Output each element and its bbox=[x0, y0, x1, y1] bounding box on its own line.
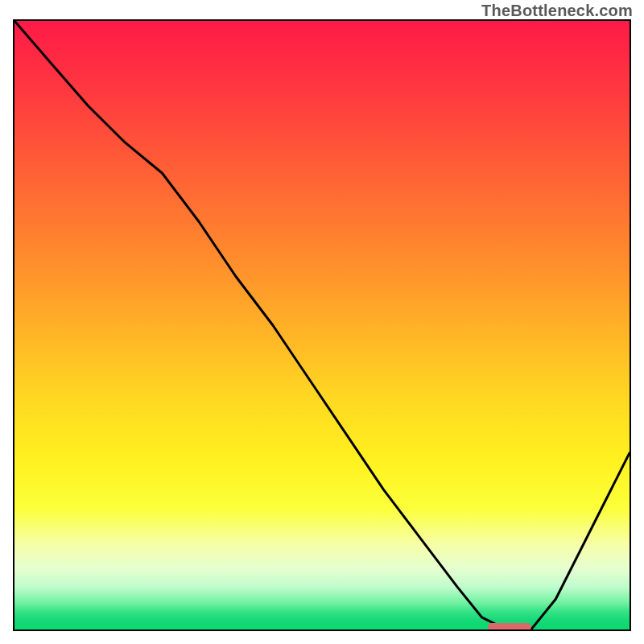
watermark-text: TheBottleneck.com bbox=[481, 2, 633, 20]
gradient-background bbox=[14, 21, 630, 630]
chart-container: TheBottleneck.com bbox=[0, 0, 644, 644]
